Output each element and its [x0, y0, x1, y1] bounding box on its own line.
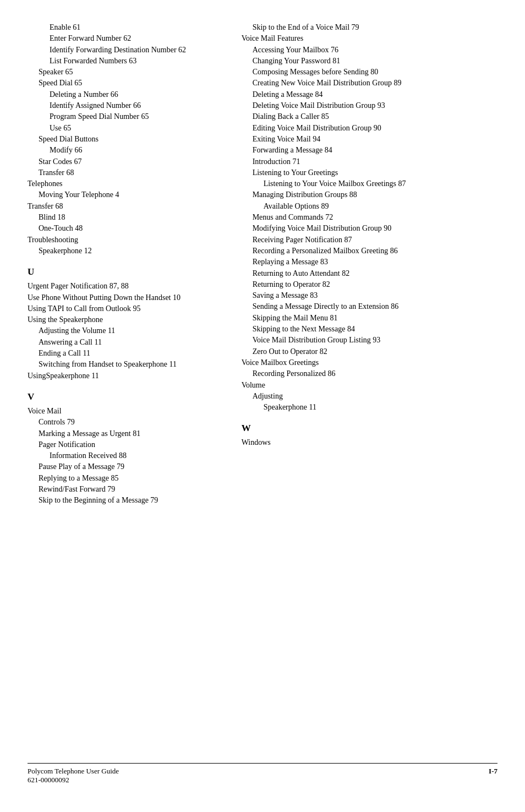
index-entry: Listening to Your Voice Mailbox Greeting…	[264, 178, 514, 189]
index-entry: Composing Messages before Sending 80	[253, 67, 514, 78]
index-entry: Program Speed Dial Number 65	[50, 111, 225, 122]
index-entry: Accessing Your Mailbox 76	[253, 45, 514, 56]
index-entry: Speakerphone 12	[39, 246, 225, 257]
index-entry: Enable 61	[50, 22, 225, 33]
index-entry: Identify Forwarding Destination Number 6…	[50, 45, 225, 56]
left-u-section: UUrgent Pager Notification 87, 88Use Pho…	[28, 266, 225, 382]
index-entry: UsingSpeakerphone 11	[28, 370, 225, 382]
index-entry: Introduction 71	[253, 156, 514, 167]
index-entry: One-Touch 48	[39, 223, 225, 234]
left-v-section: VVoice MailControls 79Marking a Message …	[28, 391, 225, 506]
index-entry: Controls 79	[39, 417, 225, 428]
right-w-section: WWindows	[242, 423, 514, 448]
index-entry: Pager Notification	[39, 439, 225, 450]
index-entry: Recording Personalized 86	[253, 368, 514, 379]
index-entry: Volume	[242, 380, 514, 391]
index-entry: Transfer 68	[28, 201, 225, 212]
index-entry: Information Received 88	[50, 450, 225, 461]
index-entry: Skipping to the Next Message 84	[253, 324, 514, 335]
index-entry: Modify 66	[50, 145, 225, 156]
index-entry: Blind 18	[39, 212, 225, 223]
index-entry: Voice Mail	[28, 406, 225, 417]
index-entry: Deleting Voice Mail Distribution Group 9…	[253, 100, 514, 111]
index-entry: Listening to Your Greetings	[253, 167, 514, 178]
index-entry: Windows	[242, 437, 514, 448]
index-entry: Adjusting the Volume 11	[39, 325, 225, 336]
index-entry: Speed Dial 65	[39, 78, 225, 89]
index-entry: Exiting Voice Mail 94	[253, 134, 514, 145]
index-entry: Troubleshooting	[28, 235, 225, 246]
index-entry: Adjusting	[253, 391, 514, 402]
index-entry: Skip to the End of a Voice Mail 79	[253, 22, 514, 33]
right-column: Skip to the End of a Voice Mail 79Voice …	[242, 22, 514, 506]
index-entry: Skipping the Mail Menu 81	[253, 313, 514, 324]
index-entry: Voice Mail Distribution Group Listing 93	[253, 335, 514, 346]
index-entry: Use Phone Without Putting Down the Hands…	[28, 292, 225, 303]
index-entry: Available Options 89	[264, 201, 514, 212]
index-entry: Replaying a Message 83	[253, 257, 514, 268]
index-entry: Switching from Handset to Speakerphone 1…	[39, 359, 225, 370]
index-entry: Answering a Call 11	[39, 337, 225, 348]
index-entry: List Forwarded Numbers 63	[50, 56, 225, 67]
index-entry: Speakerphone 11	[264, 402, 514, 413]
index-entry: Marking a Message as Urgent 81	[39, 428, 225, 439]
index-entry: Returning to Auto Attendant 82	[253, 268, 514, 279]
section-header-v: V	[28, 391, 225, 402]
footer-guide-title: Polycom Telephone User Guide	[28, 767, 119, 776]
index-entry: Speed Dial Buttons	[39, 134, 225, 145]
index-entry: Replying to a Message 85	[39, 473, 225, 484]
index-entry: Sending a Message Directly to an Extensi…	[253, 301, 514, 312]
index-entry: Dialing Back a Caller 85	[253, 111, 514, 122]
index-entry: Deleting a Number 66	[50, 89, 225, 100]
index-entry: Editing Voice Mail Distribution Group 90	[253, 123, 514, 134]
index-entry: Pause Play of a Message 79	[39, 461, 225, 472]
index-entry: Saving a Message 83	[253, 290, 514, 301]
footer: Polycom Telephone User Guide 621-0000009…	[28, 763, 497, 784]
left-column: Enable 61Enter Forward Number 62Identify…	[28, 22, 225, 506]
index-entry: Deleting a Message 84	[253, 89, 514, 100]
index-entry: Urgent Pager Notification 87, 88	[28, 281, 225, 292]
index-entry: Menus and Commands 72	[253, 212, 514, 223]
index-entry: Ending a Call 11	[39, 348, 225, 359]
index-entry: Star Codes 67	[39, 156, 225, 167]
index-entry: Use 65	[50, 123, 225, 134]
right-top-entries: Skip to the End of a Voice Mail 79Voice …	[242, 22, 514, 413]
footer-part-number: 621-00000092	[28, 776, 119, 784]
index-entry: Returning to Operator 82	[253, 279, 514, 290]
index-entry: Changing Your Password 81	[253, 56, 514, 67]
index-entry: Rewind/Fast Forward 79	[39, 484, 225, 495]
page-container: Enable 61Enter Forward Number 62Identify…	[0, 0, 525, 812]
content-columns: Enable 61Enter Forward Number 62Identify…	[28, 22, 497, 506]
index-entry: Identify Assigned Number 66	[50, 100, 225, 111]
index-entry: Forwarding a Message 84	[253, 145, 514, 156]
index-entry: Skip to the Beginning of a Message 79	[39, 495, 225, 506]
index-entry: Enter Forward Number 62	[50, 33, 225, 44]
footer-page-number: I-7	[489, 767, 497, 784]
index-entry: Recording a Personalized Mailbox Greetin…	[253, 246, 514, 257]
footer-left: Polycom Telephone User Guide 621-0000009…	[28, 767, 119, 784]
index-entry: Using the Speakerphone	[28, 314, 225, 325]
index-entry: Voice Mailbox Greetings	[242, 357, 514, 368]
index-entry: Voice Mail Features	[242, 33, 514, 44]
section-header-w: W	[242, 423, 514, 434]
index-entry: Zero Out to Operator 82	[253, 346, 514, 357]
index-entry: Telephones	[28, 178, 225, 189]
index-entry: Using TAPI to Call from Outlook 95	[28, 303, 225, 314]
index-entry: Speaker 65	[39, 67, 225, 78]
index-entry: Transfer 68	[39, 167, 225, 178]
index-entry: Creating New Voice Mail Distribution Gro…	[253, 78, 514, 89]
index-entry: Moving Your Telephone 4	[39, 189, 225, 200]
index-entry: Managing Distribution Groups 88	[253, 189, 514, 200]
index-entry: Receiving Pager Notification 87	[253, 235, 514, 246]
section-header-u: U	[28, 266, 225, 277]
left-top-entries: Enable 61Enter Forward Number 62Identify…	[28, 22, 225, 257]
index-entry: Modifying Voice Mail Distribution Group …	[253, 223, 514, 234]
